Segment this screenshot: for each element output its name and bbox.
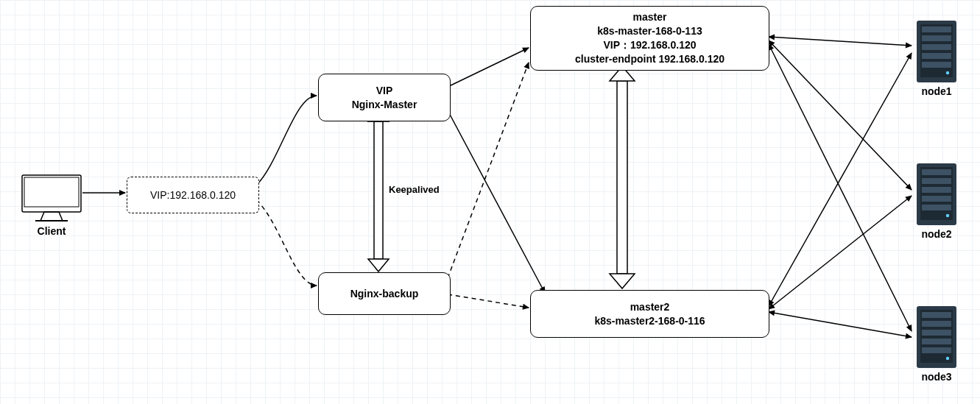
client-label: Client [22, 225, 81, 237]
svg-line-8 [769, 37, 912, 46]
master-box: master k8s-master-168-0-113 VIP：192.168.… [530, 6, 769, 71]
svg-line-4 [448, 48, 529, 87]
node2-label: node2 [913, 228, 960, 240]
svg-rect-1 [24, 177, 79, 207]
nginx-master-line1: VIP [352, 84, 417, 98]
vip-box-text: VIP:192.168.0.120 [150, 189, 236, 201]
server-icon-node3 [917, 306, 956, 368]
svg-rect-35 [922, 339, 951, 344]
svg-line-9 [769, 40, 912, 190]
svg-rect-18 [922, 44, 951, 50]
svg-rect-26 [922, 187, 951, 193]
master-line1: master [575, 10, 725, 24]
nginx-backup-box: Nginx-backup [318, 272, 451, 315]
svg-line-6 [448, 63, 529, 278]
diagram-canvas: Client VIP:192.168.0.120 VIP Nginx-Maste… [0, 0, 980, 404]
node1-label: node1 [913, 85, 960, 97]
svg-line-5 [448, 110, 545, 293]
svg-line-13 [769, 312, 912, 337]
server-icon-node2 [917, 163, 956, 225]
client-icon [22, 175, 81, 221]
svg-rect-16 [922, 26, 951, 32]
svg-rect-28 [922, 205, 951, 210]
svg-rect-33 [922, 321, 951, 327]
nginx-backup-label: Nginx-backup [350, 287, 419, 301]
svg-rect-36 [922, 347, 951, 353]
node3-label: node3 [913, 371, 960, 383]
svg-rect-20 [922, 62, 951, 68]
nginx-master-line2: Nginx-Master [352, 98, 417, 112]
vip-box: VIP:192.168.0.120 [127, 177, 259, 213]
master2-box: master2 k8s-master2-168-0-116 [530, 290, 769, 338]
svg-line-11 [769, 53, 912, 306]
svg-rect-27 [922, 196, 951, 202]
svg-rect-17 [922, 35, 951, 41]
master-line3: VIP：192.168.0.120 [575, 38, 725, 52]
svg-rect-19 [922, 53, 951, 59]
keepalived-label: Keepalived [389, 184, 455, 195]
svg-rect-32 [922, 312, 951, 318]
svg-rect-24 [922, 169, 951, 175]
svg-rect-25 [922, 178, 951, 184]
server-icon-node1 [917, 21, 956, 82]
svg-line-10 [769, 44, 912, 331]
svg-line-7 [448, 294, 529, 308]
svg-point-21 [946, 71, 949, 74]
svg-point-29 [946, 214, 949, 217]
master2-line2: k8s-master2-168-0-116 [594, 314, 705, 328]
master-line4: cluster-endpoint 192.168.0.120 [575, 52, 725, 66]
nginx-master-box: VIP Nginx-Master [318, 74, 451, 121]
master2-line1: master2 [594, 300, 705, 314]
master-line2: k8s-master-168-0-113 [575, 24, 725, 38]
svg-point-37 [946, 357, 949, 360]
svg-rect-34 [922, 330, 951, 336]
svg-line-12 [769, 196, 912, 309]
